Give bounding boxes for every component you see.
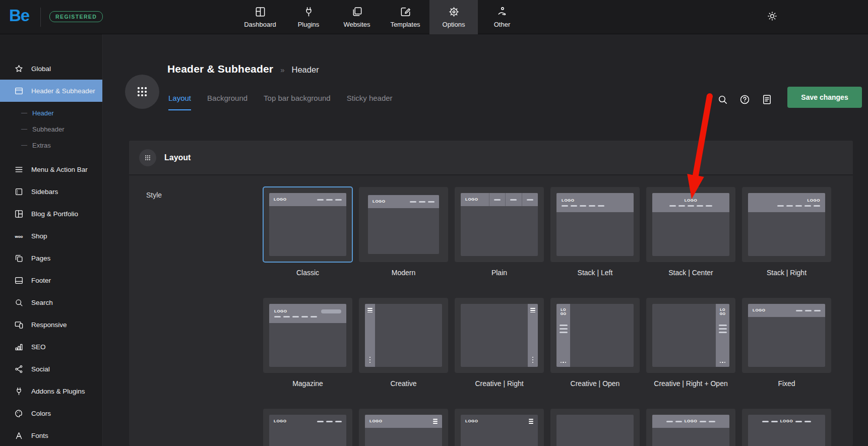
layout-preview: LOGO (461, 193, 538, 256)
layout-option-row3-5[interactable]: LOGO (646, 409, 735, 446)
question-icon (739, 94, 751, 105)
nav-label: Other (494, 21, 511, 28)
nav-item-options[interactable]: Options (429, 0, 478, 34)
preview-menu-dash (510, 199, 517, 201)
layout-option-classic[interactable]: LOGOClassic (263, 187, 352, 277)
sidebar-item-label: Blog & Portfolio (31, 210, 78, 218)
sidebar-item-responsive[interactable]: Responsive (0, 313, 102, 336)
layout-option-row3-3-tile[interactable]: LOGO (455, 409, 544, 446)
layout-option-classic-tile[interactable]: LOGO (263, 187, 352, 262)
layout-option-row3-2-tile[interactable]: LOGO (359, 409, 448, 446)
layout-option-stack-right-tile[interactable]: LOGO (742, 187, 831, 262)
layout-option-stack-center[interactable]: LOGOStack | Center (646, 187, 735, 277)
layout-option-row3-3[interactable]: LOGO (455, 409, 544, 446)
layout-option-magazine[interactable]: LOGOMagazine (263, 298, 352, 388)
notes-button[interactable] (760, 93, 774, 106)
nav-item-other[interactable]: Other (478, 0, 526, 34)
layout-preview: LOGO (368, 195, 439, 254)
nav-item-plugins[interactable]: Plugins (284, 0, 333, 34)
preview-header-bar: LOGO (556, 193, 634, 212)
sidebar-item-blog-portfolio[interactable]: Blog & Portfolio (0, 203, 102, 225)
nav-item-websites[interactable]: Websites (333, 0, 381, 34)
preview-logo-text: LOGO (274, 309, 287, 313)
layout-option-creative-open[interactable]: LOGOCreative | Open (550, 298, 640, 388)
layout-preview: LOGO (269, 193, 346, 256)
layout-option-row3-4-tile[interactable] (550, 409, 640, 446)
layout-option-plain[interactable]: LOGOPlain (455, 187, 544, 277)
preview-menu-dash (804, 205, 811, 207)
sidebar-item-addons-plugins[interactable]: Addons & Plugins (0, 380, 102, 402)
sidebar-item-pages[interactable]: Pages (0, 247, 102, 269)
layout-option-row3-6[interactable]: LOGO (742, 409, 831, 446)
search-button[interactable] (716, 93, 729, 106)
layout-preview: LOGO (269, 415, 346, 446)
sidebar-item-global[interactable]: Global (0, 57, 102, 80)
layout-preview: LOGO (748, 193, 825, 256)
layout-option-stack-left-tile[interactable]: LOGO (550, 187, 640, 262)
layout-option-row3-2[interactable]: LOGO (359, 409, 448, 446)
layout-option-fixed[interactable]: LOGOFixed (742, 298, 831, 388)
layout-option-modern-tile[interactable]: LOGO (359, 187, 448, 262)
layout-option-plain-tile[interactable]: LOGO (455, 187, 544, 262)
nav-item-templates[interactable]: Templates (381, 0, 429, 34)
avatar[interactable] (125, 75, 159, 109)
layout-option-creative-open-tile[interactable]: LOGO (550, 298, 640, 373)
layout-option-row3-6-tile[interactable]: LOGO (742, 409, 831, 446)
sidebar-subitem-extras[interactable]: — Extras (0, 137, 102, 153)
layout-option-label: Fixed (742, 379, 831, 388)
layout-option-row3-5-tile[interactable]: LOGO (646, 409, 735, 446)
sidebar-subitem-header[interactable]: — Header (0, 105, 102, 121)
sidebar-item-seo[interactable]: SEO (0, 336, 102, 358)
section-drag-handle[interactable] (139, 149, 156, 166)
sidebar-item-fonts[interactable]: Fonts (0, 424, 102, 446)
fonts-icon (14, 430, 24, 440)
theme-toggle-button[interactable] (765, 9, 779, 23)
layout-option-stack-center-tile[interactable]: LOGO (646, 187, 735, 262)
layout-option-creative-tile[interactable] (359, 298, 448, 373)
layout-option-row3-4[interactable] (550, 409, 640, 446)
style-options-row-3: LOGOLOGOLOGOLOGOLOGO (263, 409, 831, 446)
social-icon (14, 364, 24, 374)
blog-portfolio-icon (14, 209, 24, 219)
sidebar-item-menu-action-bar[interactable]: Menu & Action Bar (0, 158, 102, 180)
preview-logo-text: LOGO (807, 199, 820, 203)
menu-icon (14, 164, 24, 174)
layout-option-row3-1-tile[interactable]: LOGO (263, 409, 352, 446)
layout-option-creative-right-open-tile[interactable]: LOGO (646, 298, 735, 373)
layout-option-row3-1[interactable]: LOGO (263, 409, 352, 446)
layout-option-creative-right-open[interactable]: LOGOCreative | Right + Open (646, 298, 735, 388)
layout-option-label: Creative (359, 379, 448, 388)
layout-preview: LOGO (556, 193, 634, 256)
betheme-logo[interactable]: Be (9, 6, 29, 25)
tab-top-bar-background[interactable]: Top bar background (264, 94, 331, 110)
sidebar-item-colors[interactable]: Colors (0, 402, 102, 424)
layout-option-label: Modern (359, 269, 448, 277)
save-changes-button[interactable]: Save changes (787, 87, 862, 108)
tab-layout[interactable]: Layout (168, 94, 191, 110)
sidebar-subitem-label: Subheader (32, 125, 65, 133)
preview-menu-dash (317, 199, 324, 201)
help-button[interactable] (738, 93, 752, 106)
sidebar-item-sidebars[interactable]: Sidebars (0, 180, 102, 203)
sidebar-item-label: Addons & Plugins (31, 388, 85, 395)
layout-option-creative[interactable]: Creative (359, 298, 448, 388)
sidebar-item-social[interactable]: Social (0, 358, 102, 380)
sidebar-subitem-subheader[interactable]: — Subheader (0, 121, 102, 137)
preview-logo-text: LOGO (274, 419, 287, 423)
layout-option-creative-right-tile[interactable] (455, 298, 544, 373)
layout-option-fixed-tile[interactable]: LOGO (742, 298, 831, 373)
tab-sticky-header[interactable]: Sticky header (347, 94, 393, 110)
sidebar-item-header-subheader[interactable]: Header & Subheader (0, 80, 102, 102)
tab-background[interactable]: Background (207, 94, 247, 110)
sidebar-item-search[interactable]: Search (0, 291, 102, 313)
responsive-icon (14, 320, 24, 330)
sidebar-item-footer[interactable]: Footer (0, 269, 102, 291)
style-options-row-2: LOGOMagazineCreativeCreative | RightLOGO… (263, 298, 831, 388)
sidebar-item-shop[interactable]: woo Shop (0, 225, 102, 247)
layout-option-modern[interactable]: LOGOModern (359, 187, 448, 277)
layout-option-magazine-tile[interactable]: LOGO (263, 298, 352, 373)
layout-option-stack-right[interactable]: LOGOStack | Right (742, 187, 831, 277)
layout-option-stack-left[interactable]: LOGOStack | Left (550, 187, 640, 277)
layout-option-creative-right[interactable]: Creative | Right (455, 298, 544, 388)
nav-item-dashboard[interactable]: Dashboard (236, 0, 284, 34)
